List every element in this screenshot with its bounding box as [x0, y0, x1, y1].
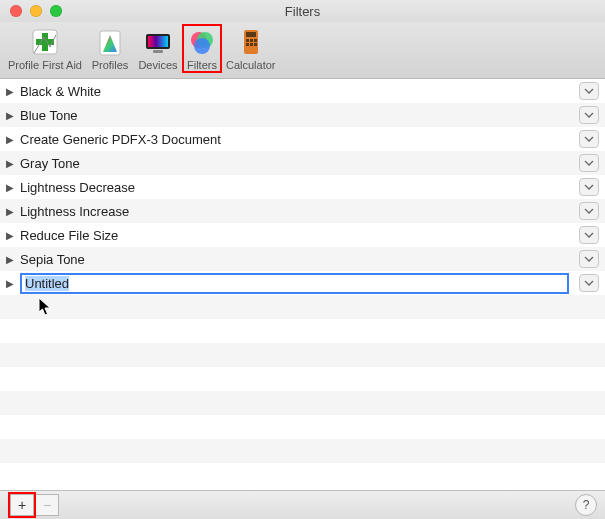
svg-rect-14 — [250, 39, 253, 42]
disclosure-triangle-icon[interactable]: ▶ — [6, 158, 16, 169]
filter-row-editing[interactable]: ▶ — [0, 271, 605, 295]
filter-row-label: Create Generic PDFX-3 Document — [20, 132, 573, 147]
traffic-lights — [0, 5, 62, 17]
filter-row[interactable]: ▶ Create Generic PDFX-3 Document — [0, 127, 605, 151]
close-window-button[interactable] — [10, 5, 22, 17]
toolbar-label: Profiles — [92, 59, 129, 71]
remove-filter-button[interactable]: − — [36, 494, 59, 516]
row-options-button[interactable] — [579, 274, 599, 292]
disclosure-triangle-icon[interactable]: ▶ — [6, 86, 16, 97]
filter-row-label: Lightness Increase — [20, 204, 573, 219]
empty-row — [0, 439, 605, 463]
row-options-button[interactable] — [579, 226, 599, 244]
devices-icon — [142, 26, 174, 58]
svg-rect-16 — [246, 43, 249, 46]
filter-list: ▶ Black & White ▶ Blue Tone ▶ Create Gen… — [0, 79, 605, 490]
disclosure-triangle-icon[interactable]: ▶ — [6, 254, 16, 265]
filter-row[interactable]: ▶ Blue Tone — [0, 103, 605, 127]
add-remove-group: + — [8, 492, 36, 518]
disclosure-triangle-icon[interactable]: ▶ — [6, 206, 16, 217]
filter-row-label: Blue Tone — [20, 108, 573, 123]
row-options-button[interactable] — [579, 202, 599, 220]
svg-rect-12 — [246, 32, 256, 37]
toolbar: Profile First Aid Profiles — [0, 22, 605, 79]
empty-row — [0, 463, 605, 487]
filter-row-label: Lightness Decrease — [20, 180, 573, 195]
svg-rect-13 — [246, 39, 249, 42]
help-button[interactable]: ? — [575, 494, 597, 516]
disclosure-triangle-icon[interactable]: ▶ — [6, 230, 16, 241]
minimize-window-button[interactable] — [30, 5, 42, 17]
filter-row-label: Reduce File Size — [20, 228, 573, 243]
calculator-icon — [235, 26, 267, 58]
row-options-button[interactable] — [579, 82, 599, 100]
filters-icon — [186, 26, 218, 58]
svg-rect-7 — [153, 50, 163, 53]
row-options-button[interactable] — [579, 178, 599, 196]
filter-name-input[interactable] — [20, 273, 569, 294]
empty-row — [0, 295, 605, 319]
toolbar-label: Calculator — [226, 59, 276, 71]
disclosure-triangle-icon[interactable]: ▶ — [6, 278, 16, 289]
profile-first-aid-icon — [29, 26, 61, 58]
titlebar: Filters — [0, 0, 605, 22]
filter-row-label: Sepia Tone — [20, 252, 573, 267]
svg-point-10 — [194, 38, 210, 54]
row-options-button[interactable] — [579, 250, 599, 268]
footer-bar: + − ? — [0, 490, 605, 519]
empty-row — [0, 391, 605, 415]
row-options-button[interactable] — [579, 154, 599, 172]
svg-rect-15 — [254, 39, 257, 42]
disclosure-triangle-icon[interactable]: ▶ — [6, 110, 16, 121]
app-window: Filters Profile First Aid — [0, 0, 605, 519]
filter-row[interactable]: ▶ Lightness Increase — [0, 199, 605, 223]
zoom-window-button[interactable] — [50, 5, 62, 17]
toolbar-item-calculator[interactable]: Calculator — [222, 24, 280, 71]
toolbar-label: Filters — [187, 59, 217, 71]
empty-row — [0, 367, 605, 391]
toolbar-item-profiles[interactable]: Profiles — [86, 24, 134, 71]
empty-row — [0, 343, 605, 367]
svg-rect-17 — [250, 43, 253, 46]
empty-row — [0, 319, 605, 343]
filter-row-label: Gray Tone — [20, 156, 573, 171]
filter-row[interactable]: ▶ Reduce File Size — [0, 223, 605, 247]
filter-row[interactable]: ▶ Lightness Decrease — [0, 175, 605, 199]
toolbar-item-profile-first-aid[interactable]: Profile First Aid — [4, 24, 86, 71]
empty-row — [0, 415, 605, 439]
row-options-button[interactable] — [579, 106, 599, 124]
toolbar-item-devices[interactable]: Devices — [134, 24, 182, 71]
window-title: Filters — [0, 4, 605, 19]
svg-rect-6 — [148, 36, 168, 47]
disclosure-triangle-icon[interactable]: ▶ — [6, 182, 16, 193]
disclosure-triangle-icon[interactable]: ▶ — [6, 134, 16, 145]
profiles-icon — [94, 26, 126, 58]
add-filter-button[interactable]: + — [10, 494, 34, 516]
toolbar-label: Devices — [138, 59, 177, 71]
filter-row[interactable]: ▶ Sepia Tone — [0, 247, 605, 271]
toolbar-item-filters[interactable]: Filters — [182, 24, 222, 73]
row-options-button[interactable] — [579, 130, 599, 148]
toolbar-label: Profile First Aid — [8, 59, 82, 71]
filter-row[interactable]: ▶ Black & White — [0, 79, 605, 103]
filter-row[interactable]: ▶ Gray Tone — [0, 151, 605, 175]
svg-rect-18 — [254, 43, 257, 46]
filter-row-label: Black & White — [20, 84, 573, 99]
